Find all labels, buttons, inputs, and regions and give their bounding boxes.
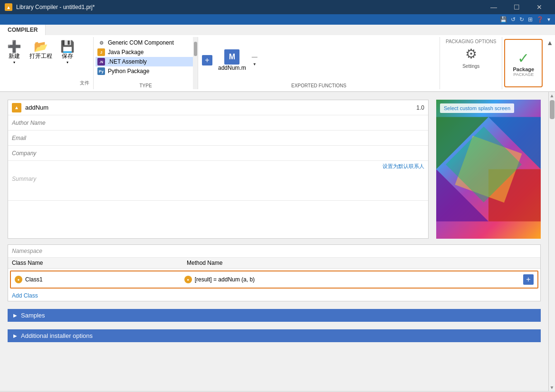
close-button[interactable]: ✕ <box>528 0 550 14</box>
class-icon: ● <box>15 276 22 283</box>
class-row: ● Class1 ● [result] = addNum (a, b) + <box>10 271 538 289</box>
java-icon: J <box>97 48 105 56</box>
quick-access-icon3[interactable]: ↻ <box>518 16 525 23</box>
description-area[interactable] <box>8 200 428 238</box>
package-section-label: PACKAGE <box>513 72 534 77</box>
settings-button[interactable]: ⚙ <box>465 46 477 62</box>
new-button[interactable]: ➕ 新建 ▾ <box>4 39 25 66</box>
save-button[interactable]: 💾 保存 ▾ <box>57 39 78 66</box>
namespace-row[interactable]: Namespace <box>8 245 540 258</box>
settings-label: Settings <box>462 64 479 69</box>
save-label: 保存 <box>62 52 73 60</box>
ribbon-content: ➕ 新建 ▾ 📂 打开工程 💾 保存 ▾ 文件 ⚙ Generic COM Co <box>0 35 555 92</box>
new-icon: ➕ <box>7 41 21 52</box>
summary-area[interactable]: Summary <box>8 172 428 200</box>
add-method-button[interactable]: + <box>523 274 534 285</box>
settings-gear-icon: ⚙ <box>465 47 477 61</box>
class-name-label: Class1 <box>25 276 43 283</box>
file-section: ➕ 新建 ▾ 📂 打开工程 💾 保存 ▾ 文件 <box>0 37 94 89</box>
exported-file-icon: M <box>224 49 239 65</box>
net-icon: .N <box>97 58 105 65</box>
python-icon: Py <box>97 67 105 75</box>
title-bar-controls: — ☐ ✕ <box>483 0 550 14</box>
email-row <box>8 131 428 146</box>
app-icon: ▲ <box>12 103 21 112</box>
additional-section[interactable]: ▶ Additional installer options <box>8 329 541 342</box>
title-bar-left: ▲ Library Compiler - untitled1.prj* <box>5 3 95 11</box>
open-label: 打开工程 <box>29 52 52 60</box>
add-exported-button[interactable]: + <box>202 55 212 65</box>
class-row-inner: ● Class1 ● [result] = addNum (a, b) + <box>12 272 536 287</box>
type-section: ⚙ Generic COM Component J Java Package .… <box>94 37 198 89</box>
author-row <box>8 115 428 131</box>
main-content: ▲ 1.0 设置为默认联系人 Summary <box>0 92 555 391</box>
app-name-input[interactable] <box>25 104 392 111</box>
summary-placeholder: Summary <box>12 176 36 182</box>
type-item-python[interactable]: Py Python Package <box>96 66 196 76</box>
exported-file-name: addNum.m <box>218 65 246 71</box>
exported-file-item[interactable]: M addNum.m <box>216 47 248 73</box>
quick-access-icon[interactable]: 💾 <box>499 16 508 23</box>
scroll-up-arrow[interactable]: ▲ <box>550 93 555 98</box>
file-section-label: 文件 <box>80 80 89 86</box>
exported-controls: — ▼ <box>252 54 258 66</box>
set-default-link[interactable]: 设置为默认联系人 <box>8 161 428 172</box>
author-input[interactable] <box>12 120 424 126</box>
company-input[interactable] <box>12 150 424 157</box>
type-list: ⚙ Generic COM Component J Java Package .… <box>96 38 196 82</box>
class-table-header: Class Name Method Name <box>8 258 540 269</box>
type-section-label: TYPE <box>96 83 196 88</box>
add-class-button[interactable]: Add Class <box>8 290 540 301</box>
method-icon: ● <box>184 276 192 283</box>
additional-arrow-icon: ▶ <box>13 333 17 338</box>
scroll-down-arrow[interactable]: ▼ <box>550 385 555 390</box>
namespace-placeholder: Namespace <box>12 248 42 254</box>
down-arrow-icon[interactable]: ▼ <box>253 62 257 66</box>
type-item-com[interactable]: ⚙ Generic COM Component <box>96 38 196 47</box>
maximize-button[interactable]: ☐ <box>506 0 527 14</box>
method-name-cell: ● [result] = addNum (a, b) <box>184 276 523 283</box>
type-item-java[interactable]: J Java Package <box>96 47 196 57</box>
new-label: 新建 <box>9 52 20 60</box>
title-bar: ▲ Library Compiler - untitled1.prj* — ☐ … <box>0 0 555 14</box>
new-arrow: ▾ <box>13 60 15 65</box>
open-button[interactable]: 📂 打开工程 <box>27 39 55 62</box>
open-btn-col: 📂 打开工程 <box>27 39 55 62</box>
class-panel: Namespace Class Name Method Name ● Class… <box>8 244 541 301</box>
ribbon-collapse-area: ▲ <box>545 37 555 89</box>
email-input[interactable] <box>12 135 424 141</box>
save-btn-col: 💾 保存 ▾ <box>57 39 78 66</box>
package-section[interactable]: ✓ Package PACKAGE <box>504 39 543 87</box>
type-scrollbar[interactable] <box>193 37 198 89</box>
company-row <box>8 146 428 161</box>
type-item-net[interactable]: .N .NET Assembly <box>96 57 196 66</box>
package-check-icon: ✓ <box>517 50 529 66</box>
remove-exported-button[interactable]: — <box>252 54 258 60</box>
scroll-track <box>549 98 555 385</box>
save-icon: 💾 <box>60 41 75 52</box>
samples-section[interactable]: ▶ Samples <box>8 309 541 322</box>
main-scrollbar[interactable]: ▲ ▼ <box>548 92 555 391</box>
quick-access-icon2[interactable]: ↺ <box>510 16 517 23</box>
method-name-label: [result] = addNum (a, b) <box>195 276 255 283</box>
content-area: ▲ 1.0 设置为默认联系人 Summary <box>0 92 548 391</box>
new-btn-col: ➕ 新建 ▾ <box>4 39 25 66</box>
quick-access-icon6[interactable]: ▾ <box>546 16 551 23</box>
python-label: Python Package <box>108 68 149 75</box>
quick-access-icon4[interactable]: ⊞ <box>527 16 534 23</box>
open-icon: 📂 <box>34 41 48 52</box>
ribbon-top-bar: 💾 ↺ ↻ ⊞ ❓ ▾ <box>0 14 555 25</box>
top-info-row: ▲ 1.0 设置为默认联系人 Summary <box>8 100 541 239</box>
compiler-tab[interactable]: COMPILER <box>0 25 46 35</box>
package-label: Package <box>513 66 534 72</box>
quick-access-icon5[interactable]: ❓ <box>536 16 545 23</box>
packaging-options-label: PACKAGING OPTIONS <box>446 39 497 44</box>
java-label: Java Package <box>108 49 144 56</box>
select-splash-button[interactable]: Select custom splash screen <box>440 103 514 113</box>
splash-shapes-svg <box>436 100 541 239</box>
splash-panel: Select custom splash screen <box>436 100 541 239</box>
ribbon-collapse-button[interactable]: ▲ <box>546 39 553 47</box>
minimize-button[interactable]: — <box>483 0 505 14</box>
ribbon-tabs: COMPILER <box>0 25 555 35</box>
settings-section: PACKAGING OPTIONS ⚙ Settings <box>440 37 503 89</box>
